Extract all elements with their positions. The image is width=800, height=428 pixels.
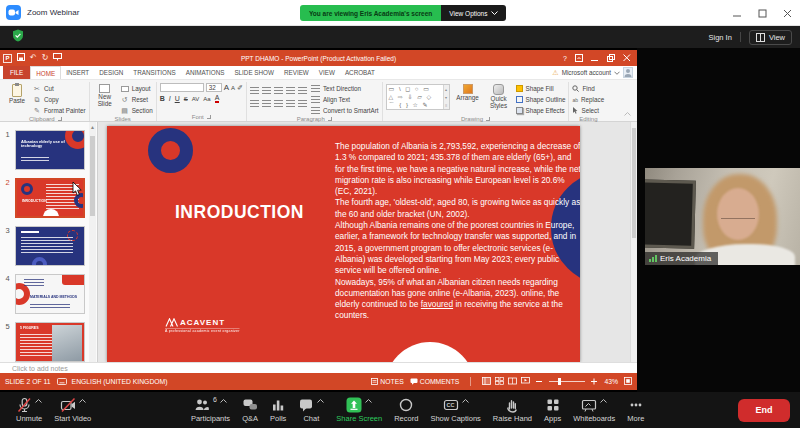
decrease-indent-icon[interactable]: [274, 87, 283, 94]
end-meeting-button[interactable]: End: [738, 399, 790, 422]
ppt-minimize-icon[interactable]: [591, 54, 599, 63]
copy-button[interactable]: ⧉Copy: [33, 95, 86, 104]
zoom-slider-thumb[interactable]: [558, 378, 561, 385]
ppt-close-icon[interactable]: [623, 54, 631, 63]
scroll-up-icon[interactable]: ▲: [89, 124, 96, 130]
quick-styles-button[interactable]: Quick Styles: [486, 82, 512, 110]
font-size-input[interactable]: 32: [206, 83, 222, 92]
chevron-up-icon[interactable]: [317, 399, 324, 403]
minimize-icon[interactable]: [733, 9, 742, 18]
grow-font-icon[interactable]: A: [224, 82, 229, 93]
notes-toggle[interactable]: NOTES: [371, 378, 403, 385]
show-captions-button[interactable]: CC Show Captions: [424, 392, 486, 428]
section-button[interactable]: ▤Section: [121, 106, 153, 115]
tab-view[interactable]: VIEW: [314, 66, 340, 79]
close-icon[interactable]: [783, 9, 792, 18]
change-case-icon[interactable]: Aa: [203, 96, 210, 102]
bold-button[interactable]: B: [160, 95, 165, 102]
reading-view-icon[interactable]: [508, 377, 517, 386]
reset-button[interactable]: ↺Reset: [121, 95, 153, 104]
character-spacing-icon[interactable]: AV: [192, 96, 200, 102]
tab-animations[interactable]: ANIMATIONS: [181, 66, 230, 79]
italic-button[interactable]: I: [169, 95, 171, 102]
shapes-gallery[interactable]: ▭ \ ◻ ○ ▭△ ⇨ ⇩ ▱ ◇⌒ { } ☆ ✎▴▾≡: [386, 84, 450, 110]
format-painter-button[interactable]: ✎Format Painter: [33, 106, 86, 115]
more-button[interactable]: More: [621, 392, 650, 428]
polls-button[interactable]: Polls: [264, 392, 292, 428]
scrollbar-thumb[interactable]: [90, 136, 95, 216]
zoom-in-button[interactable]: [591, 378, 598, 386]
arrange-button[interactable]: Arrange: [454, 82, 482, 102]
fit-to-window-icon[interactable]: [624, 377, 632, 386]
increase-indent-icon[interactable]: [286, 87, 295, 94]
slide-canvas[interactable]: INRODUCTION The population of Albania is…: [107, 126, 580, 362]
replace-button[interactable]: abReplace: [572, 95, 604, 104]
chevron-up-icon[interactable]: [220, 399, 227, 403]
canvas-scrollbar[interactable]: [630, 122, 637, 362]
notes-pane[interactable]: Click to add notes: [0, 362, 637, 373]
tab-design[interactable]: DESIGN: [94, 66, 128, 79]
raise-hand-button[interactable]: Raise Hand: [487, 392, 538, 428]
font-name-input[interactable]: [160, 83, 204, 92]
align-center-icon[interactable]: [262, 100, 271, 107]
chevron-up-icon[interactable]: [35, 399, 42, 403]
dialog-launcher-icon[interactable]: [486, 117, 490, 121]
tab-insert[interactable]: INSERT: [61, 66, 94, 79]
slide-thumbnail-1[interactable]: Albanian elderly use of technology: [15, 130, 85, 170]
numbering-icon[interactable]: [262, 87, 271, 94]
view-options-button[interactable]: View Options: [441, 5, 506, 21]
unmute-button[interactable]: Unmute: [10, 392, 48, 428]
slide-thumbnail-5[interactable]: 5 FIGURES: [15, 322, 85, 362]
chevron-up-icon[interactable]: [462, 399, 469, 403]
clear-formatting-icon[interactable]: ✐: [237, 82, 243, 93]
participant-video-tile[interactable]: Eris Academia: [645, 168, 800, 265]
columns-icon[interactable]: [298, 100, 307, 107]
convert-smartart-button[interactable]: Convert to SmartArt: [311, 106, 379, 115]
bullets-icon[interactable]: [250, 87, 259, 94]
line-spacing-icon[interactable]: [298, 87, 307, 94]
notes-placeholder[interactable]: Click to add notes: [12, 365, 68, 372]
start-video-button[interactable]: Start Video: [48, 392, 97, 428]
zoom-out-button[interactable]: [536, 378, 543, 386]
keyboard-language-icon[interactable]: [57, 378, 67, 386]
zoom-slider[interactable]: [549, 381, 585, 382]
align-right-icon[interactable]: [274, 100, 283, 107]
slide-thumbnail-4[interactable]: MATERIALS AND METHODS: [15, 274, 85, 314]
tab-file[interactable]: FILE: [3, 66, 30, 79]
view-layout-button[interactable]: View: [749, 30, 792, 45]
justify-icon[interactable]: [286, 100, 295, 107]
shape-fill-button[interactable]: Shape Fill: [516, 84, 566, 93]
ribbon-display-options-icon[interactable]: [575, 54, 583, 63]
tab-acrobat[interactable]: ACROBAT: [340, 66, 380, 79]
slide-thumbnail-3[interactable]: [15, 226, 85, 266]
zoom-percent[interactable]: 43%: [604, 378, 618, 385]
help-icon[interactable]: ?: [563, 55, 567, 62]
chevron-up-icon[interactable]: [79, 399, 86, 403]
collapse-ribbon-icon[interactable]: [624, 110, 631, 117]
underline-button[interactable]: U: [175, 95, 180, 102]
cut-button[interactable]: ✂Cut: [33, 84, 86, 93]
slide-sorter-view-icon[interactable]: [495, 377, 504, 386]
maximize-icon[interactable]: [758, 9, 767, 18]
tab-slide-show[interactable]: SLIDE SHOW: [229, 66, 279, 79]
share-screen-button[interactable]: Share Screen: [330, 392, 388, 428]
slide-body-text[interactable]: The population of Albania is 2,793,592, …: [335, 141, 580, 322]
text-direction-button[interactable]: Text Direction: [311, 84, 379, 93]
new-slide-button[interactable]: New Slide: [93, 82, 117, 108]
shape-effects-button[interactable]: Shape Effects: [516, 106, 566, 115]
ppt-restore-icon[interactable]: [607, 54, 615, 63]
slideshow-view-icon[interactable]: [521, 377, 530, 386]
dialog-launcher-icon[interactable]: [58, 117, 62, 121]
sign-in-link[interactable]: Sign In: [709, 33, 732, 42]
chat-button[interactable]: Chat: [292, 392, 330, 428]
whiteboards-button[interactable]: Whiteboards: [567, 392, 621, 428]
tab-transitions[interactable]: TRANSITIONS: [128, 66, 180, 79]
thumbnail-scrollbar[interactable]: ▲: [89, 122, 96, 362]
paste-button[interactable]: Paste: [5, 82, 29, 105]
shrink-font-icon[interactable]: A: [231, 82, 235, 93]
normal-view-icon[interactable]: [482, 377, 491, 386]
dialog-launcher-icon[interactable]: [207, 115, 211, 119]
layout-button[interactable]: Layout: [121, 84, 153, 93]
shape-outline-button[interactable]: Shape Outline: [516, 95, 566, 104]
qa-button[interactable]: Q&A: [236, 392, 264, 428]
